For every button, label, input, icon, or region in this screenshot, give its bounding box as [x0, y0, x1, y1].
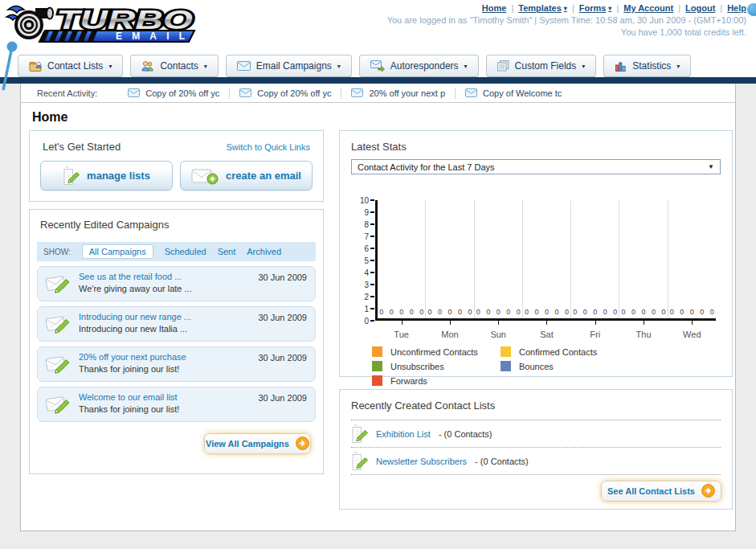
envelope-pencil-icon	[45, 392, 72, 415]
filter-scheduled[interactable]: Scheduled	[165, 247, 206, 256]
notepad-pencil-icon	[351, 451, 368, 472]
data-value-labels: 0 0 0 0 0	[378, 308, 425, 316]
chart-day-column: 0 0 0 0 0Sun	[475, 200, 523, 318]
manage-lists-button[interactable]: manage lists	[40, 161, 173, 191]
header-link-my-account[interactable]: My Account	[623, 3, 673, 13]
x-tick-mark	[644, 321, 644, 325]
campaign-date: 30 Jun 2009	[258, 312, 307, 322]
y-tick-mark	[370, 236, 374, 237]
view-all-campaigns-button[interactable]: View All Campaigns	[204, 433, 311, 454]
x-axis-label: Thu	[619, 330, 667, 339]
recent-activity-item[interactable]: Copy of 20% off yc	[118, 88, 229, 98]
x-tick-mark	[450, 321, 451, 325]
separator: |	[678, 3, 680, 13]
y-tick-mark	[370, 199, 374, 201]
filter-archived[interactable]: Archived	[247, 247, 281, 256]
stats-period-value: Contact Activity for the Last 7 Days	[358, 162, 495, 172]
legend-swatch	[372, 361, 382, 371]
tab-contacts[interactable]: Contacts▾	[130, 55, 218, 77]
legend-label: Bounces	[519, 362, 554, 371]
tab-custom-fields[interactable]: Custom Fields▾	[486, 55, 597, 77]
header-link-home[interactable]: Home	[482, 3, 507, 13]
y-tick-label: 1	[364, 305, 369, 313]
contact-list-link[interactable]: Exhibition List	[376, 429, 431, 439]
y-axis-tick: 3	[351, 281, 374, 289]
y-tick-label: 8	[364, 220, 369, 229]
header-nav-links: Home|Templates▾|Forms▾|My Account|Logout…	[387, 3, 746, 13]
see-all-contact-lists-label: See All Contact Lists	[607, 486, 695, 496]
filter-all-campaigns[interactable]: All Campaigns	[82, 244, 153, 259]
chevron-down-icon: ▾	[676, 63, 680, 70]
campaign-title-link[interactable]: See us at the retail food ...	[79, 272, 192, 281]
statistics-icon	[615, 61, 627, 72]
navy-divider-bar	[0, 77, 756, 84]
header-link-templates[interactable]: Templates▾	[518, 3, 567, 13]
envelope-icon	[465, 88, 477, 97]
create-an-email-button[interactable]: create an email	[180, 161, 313, 191]
x-tick-mark	[595, 321, 596, 325]
x-axis-label: Wed	[668, 330, 716, 339]
recent-activity-item[interactable]: Copy of Welcome tc	[456, 88, 571, 98]
recent-activity-item[interactable]: Copy of 20% off yc	[230, 88, 341, 98]
x-tick-mark	[692, 321, 693, 325]
tab-contact-lists[interactable]: Contact Lists▾	[18, 55, 123, 77]
header-link-forms[interactable]: Forms▾	[579, 3, 612, 13]
recent-activity-item-label: Copy of 20% off yc	[145, 88, 219, 98]
decorative-dot-icon	[747, 3, 756, 16]
tab-label: Email Campaigns	[256, 60, 332, 72]
turbo-email-logo: TURBO EMAIL	[5, 2, 198, 47]
filter-sent[interactable]: Sent	[218, 247, 236, 256]
stats-period-select[interactable]: Contact Activity for the Last 7 Days ▼	[351, 159, 721, 174]
x-tick-mark	[402, 321, 403, 325]
y-tick-label: 5	[364, 256, 369, 265]
chevron-down-icon: ▾	[337, 63, 341, 70]
campaign-list: See us at the retail food ...We're givin…	[37, 266, 316, 422]
y-tick-label: 9	[364, 208, 369, 217]
y-tick-mark	[370, 308, 374, 309]
y-tick-mark	[370, 223, 374, 225]
chevron-down-icon: ▾	[608, 5, 611, 12]
header-right: Home|Templates▾|Forms▾|My Account|Logout…	[387, 3, 746, 37]
legend-item-confirmed-contacts: Confirmed Contacts	[501, 346, 629, 357]
campaign-text: 20% off your next purchaseThanks for joi…	[79, 352, 186, 374]
logo-graphic: TURBO EMAIL	[5, 2, 198, 43]
recent-activity-item[interactable]: 20% off your next p	[341, 88, 455, 98]
y-axis-tick: 6	[351, 244, 374, 252]
campaign-title-link[interactable]: Welcome to our email list	[79, 392, 179, 402]
campaign-title-link[interactable]: 20% off your next purchase	[79, 352, 186, 362]
create-an-email-label: create an email	[226, 170, 301, 182]
separator: |	[616, 3, 619, 13]
get-started-title: Let's Get Started	[43, 141, 121, 153]
tab-email-campaigns[interactable]: Email Campaigns▾	[226, 55, 352, 77]
legend-label: Forwards	[390, 376, 427, 386]
campaign-row: 20% off your next purchaseThanks for joi…	[37, 346, 316, 382]
contact-list-detail: - (0 Contacts)	[439, 429, 492, 439]
envelope-pencil-icon	[45, 352, 72, 375]
campaign-text: See us at the retail food ...We're givin…	[79, 272, 192, 293]
data-value-labels: 0 0 0 0 0	[571, 308, 619, 316]
contact-list-detail: - (0 Contacts)	[475, 457, 529, 466]
y-tick-label: 2	[364, 293, 369, 301]
recent-activity-bar: Recent Activity: Copy of 20% off ycCopy …	[21, 84, 735, 103]
see-all-contact-lists-button[interactable]: See All Contact Lists	[601, 481, 721, 502]
y-axis-tick: 7	[351, 232, 374, 240]
content-frame: Recent Activity: Copy of 20% off ycCopy …	[20, 84, 736, 531]
campaign-title-link[interactable]: Introducing our new range ...	[79, 312, 191, 322]
contact-list-item: Exhibition List- (0 Contacts)	[351, 420, 721, 448]
credits-status: You have 1,000 total credits left.	[387, 27, 746, 37]
chevron-down-icon: ▾	[564, 5, 567, 12]
y-axis-tick: 0	[351, 317, 374, 325]
header-link-logout[interactable]: Logout	[685, 3, 715, 13]
tab-label: Autoresponders	[390, 60, 459, 72]
tab-autoresponders[interactable]: Autoresponders▾	[359, 55, 479, 77]
contact-list-link[interactable]: Newsletter Subscribers	[376, 457, 467, 466]
contacts-icon	[141, 61, 154, 72]
switch-quick-links[interactable]: Switch to Quick Links	[226, 142, 310, 152]
header-link-help[interactable]: Help	[727, 3, 746, 13]
main-nav-tabs: Contact Lists▾Contacts▾Email Campaigns▾A…	[18, 55, 691, 77]
tab-statistics[interactable]: Statistics▾	[603, 55, 691, 77]
email-campaigns-icon	[237, 61, 251, 71]
y-axis-tick: 9	[351, 208, 374, 216]
legend-label: Unconfirmed Contacts	[390, 347, 478, 357]
campaign-subtitle: We're giving away our late ...	[79, 284, 192, 293]
